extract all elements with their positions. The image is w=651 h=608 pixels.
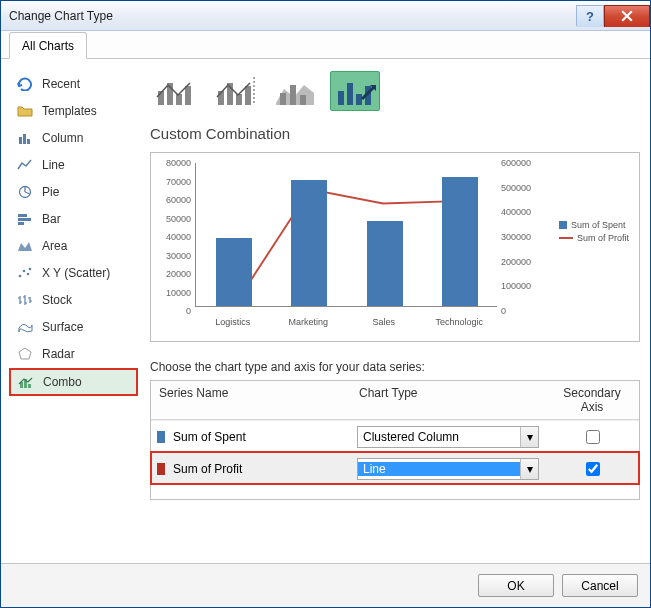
subtype-clustered-column-line-secondary[interactable]: [210, 71, 260, 111]
subtype-custom-combination[interactable]: [330, 71, 380, 111]
svg-rect-25: [300, 95, 306, 105]
chart-type-select-spent[interactable]: Clustered Column ▾: [357, 426, 539, 448]
svg-rect-6: [18, 222, 24, 225]
legend-swatch-spent: [559, 221, 567, 229]
sidebar-item-label: Area: [42, 239, 67, 253]
sidebar-item-line[interactable]: Line: [9, 152, 138, 178]
tabstrip: All Charts: [1, 31, 650, 59]
sidebar-item-label: X Y (Scatter): [42, 266, 110, 280]
combo-chart-icon: [17, 374, 35, 390]
svg-rect-24: [290, 85, 296, 105]
svg-rect-4: [18, 214, 27, 217]
plot-area: [195, 163, 497, 307]
sidebar-item-combo[interactable]: Combo: [9, 368, 138, 396]
bar-chart-icon: [16, 211, 34, 227]
series-swatch: [157, 463, 165, 475]
close-icon: [621, 10, 633, 22]
dropdown-arrow-icon: ▾: [520, 459, 538, 479]
folder-icon: [16, 103, 34, 119]
svg-point-9: [27, 273, 30, 276]
chart-type-select-profit[interactable]: Line ▾: [357, 458, 539, 480]
dropdown-arrow-icon: ▾: [520, 427, 538, 447]
sidebar-item-scatter[interactable]: X Y (Scatter): [9, 260, 138, 286]
svg-rect-5: [18, 218, 31, 221]
change-chart-type-dialog: Change Chart Type ? All Charts Recent Te…: [0, 0, 651, 608]
recent-icon: [16, 76, 34, 92]
secondary-axis-checkbox-spent[interactable]: [586, 430, 600, 444]
sidebar-item-bar[interactable]: Bar: [9, 206, 138, 232]
sidebar-item-label: Surface: [42, 320, 83, 334]
legend-label: Sum of Profit: [577, 233, 629, 243]
svg-rect-17: [185, 86, 191, 105]
surface-chart-icon: [16, 319, 34, 335]
subtype-row: [150, 67, 640, 117]
titlebar: Change Chart Type ?: [1, 1, 650, 31]
series-row-spent: Sum of Spent Clustered Column ▾: [151, 420, 639, 452]
legend: Sum of Spent Sum of Profit: [559, 217, 629, 246]
series-prompt: Choose the chart type and axis for your …: [150, 360, 640, 374]
ok-button[interactable]: OK: [478, 574, 554, 597]
sidebar-item-label: Combo: [43, 375, 82, 389]
svg-point-8: [23, 270, 26, 273]
svg-rect-2: [27, 139, 30, 144]
sidebar-item-label: Pie: [42, 185, 59, 199]
main-panel: Custom Combination 010000200003000040000…: [138, 67, 640, 557]
svg-rect-27: [347, 83, 353, 105]
svg-rect-28: [356, 94, 362, 105]
series-name: Sum of Profit: [171, 462, 351, 476]
svg-rect-16: [176, 94, 182, 105]
sidebar-item-stock[interactable]: Stock: [9, 287, 138, 313]
tab-all-charts[interactable]: All Charts: [9, 32, 87, 59]
help-button[interactable]: ?: [576, 5, 604, 27]
svg-point-7: [19, 275, 22, 278]
dialog-footer: OK Cancel: [1, 563, 650, 607]
series-header-type: Chart Type: [351, 381, 545, 419]
secondary-y-axis: 0100000200000300000400000500000600000: [499, 159, 543, 307]
chart-preview: 0100002000030000400005000060000700008000…: [150, 152, 640, 342]
primary-y-axis: 0100002000030000400005000060000700008000…: [157, 159, 193, 307]
sidebar-item-label: Templates: [42, 104, 97, 118]
stock-chart-icon: [16, 292, 34, 308]
sidebar-item-recent[interactable]: Recent: [9, 71, 138, 97]
sidebar-item-radar[interactable]: Radar: [9, 341, 138, 367]
x-axis-labels: LogisticsMarketingSalesTechnologic: [195, 317, 497, 327]
legend-swatch-profit: [559, 237, 573, 239]
close-button[interactable]: [604, 5, 650, 27]
cancel-button[interactable]: Cancel: [562, 574, 638, 597]
series-name: Sum of Spent: [171, 430, 351, 444]
series-grid: Series Name Chart Type Secondary Axis Su…: [150, 380, 640, 500]
sidebar-item-label: Line: [42, 158, 65, 172]
series-swatch: [157, 431, 165, 443]
sidebar-item-templates[interactable]: Templates: [9, 98, 138, 124]
sidebar: Recent Templates Column Line Pie Bar: [9, 67, 138, 557]
sidebar-item-surface[interactable]: Surface: [9, 314, 138, 340]
sidebar-item-label: Radar: [42, 347, 75, 361]
sidebar-item-area[interactable]: Area: [9, 233, 138, 259]
line-chart-icon: [16, 157, 34, 173]
pie-chart-icon: [16, 184, 34, 200]
scatter-chart-icon: [16, 265, 34, 281]
radar-chart-icon: [16, 346, 34, 362]
svg-rect-26: [338, 91, 344, 105]
svg-rect-21: [245, 86, 251, 105]
series-header-secondary: Secondary Axis: [545, 381, 639, 419]
subtype-clustered-column-line[interactable]: [150, 71, 200, 111]
svg-point-10: [29, 268, 32, 271]
svg-rect-23: [280, 93, 286, 105]
sidebar-item-label: Bar: [42, 212, 61, 226]
sidebar-item-pie[interactable]: Pie: [9, 179, 138, 205]
secondary-axis-checkbox-profit[interactable]: [586, 462, 600, 476]
window-title: Change Chart Type: [9, 9, 113, 23]
series-header-name: Series Name: [151, 381, 351, 419]
legend-label: Sum of Spent: [571, 220, 626, 230]
column-chart-icon: [16, 130, 34, 146]
sidebar-item-label: Column: [42, 131, 83, 145]
sidebar-item-column[interactable]: Column: [9, 125, 138, 151]
svg-rect-1: [23, 134, 26, 144]
subtype-title: Custom Combination: [150, 125, 640, 142]
area-chart-icon: [16, 238, 34, 254]
svg-rect-20: [236, 94, 242, 105]
svg-rect-13: [28, 384, 31, 388]
sidebar-item-label: Recent: [42, 77, 80, 91]
subtype-stacked-area-column[interactable]: [270, 71, 320, 111]
